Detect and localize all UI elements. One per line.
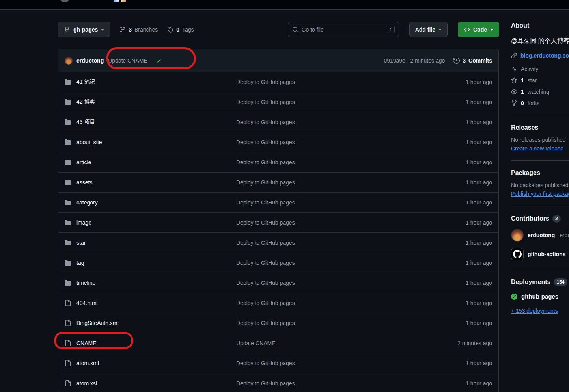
search-input[interactable] [302, 26, 383, 33]
commit-message-link[interactable]: Deploy to GitHub pages [236, 320, 419, 326]
folder-icon [65, 240, 71, 246]
tags-link[interactable]: 0 Tags [167, 26, 194, 33]
file-name-link[interactable]: star [76, 240, 86, 246]
commit-age[interactable]: 1 hour ago [425, 260, 492, 266]
git-branch-icon [64, 26, 70, 33]
file-name-link[interactable]: category [76, 199, 98, 206]
forks-link[interactable]: 0 forks [511, 100, 569, 106]
watching-link[interactable]: 1 watching [511, 89, 569, 95]
activity-link[interactable]: Activity [511, 66, 569, 72]
watching-count: 1 [521, 89, 524, 95]
forks-count: 0 [521, 100, 524, 106]
commit-age[interactable]: 1 hour ago [425, 199, 492, 206]
commit-age[interactable]: 1 hour ago [425, 300, 492, 306]
contributor-login: erduotong [560, 232, 569, 238]
checks-success-icon[interactable] [155, 58, 162, 64]
stars-link[interactable]: 1 star [511, 77, 569, 84]
file-name-link[interactable]: 42 博客 [76, 98, 95, 106]
commit-age[interactable]: 1 hour ago [425, 119, 492, 125]
deployment-row[interactable]: github-pages [511, 293, 569, 300]
commit-author-avatar[interactable] [65, 57, 73, 65]
file-name-link[interactable]: image [76, 219, 91, 226]
activity-label: Activity [521, 66, 538, 72]
commit-message-link[interactable]: Deploy to GitHub pages [236, 99, 419, 105]
stars-count: 1 [521, 77, 524, 84]
table-row: BingSiteAuth.xml Deploy to GitHub pages … [58, 313, 498, 333]
chevron-down-icon [101, 29, 104, 31]
about-heading: About [511, 22, 569, 29]
fork-icon [511, 100, 517, 106]
table-row: assets Deploy to GitHub pages 1 hour ago [58, 172, 498, 192]
tag-icon [167, 26, 173, 33]
commit-age[interactable]: 1 hour ago [425, 360, 492, 366]
contributors-heading[interactable]: Contributors 2 [511, 215, 569, 223]
commit-message-link[interactable]: Deploy to GitHub pages [236, 300, 419, 306]
file-name-link[interactable]: assets [76, 179, 92, 186]
releases-heading[interactable]: Releases [511, 124, 569, 131]
commit-age[interactable]: 1 hour ago [425, 280, 492, 286]
commit-message-link[interactable]: Deploy to GitHub pages [236, 280, 419, 286]
commit-message-link[interactable]: Deploy to GitHub pages [236, 360, 419, 366]
commit-message-link[interactable]: Deploy to GitHub pages [236, 199, 419, 206]
commit-age[interactable]: 2 minutes ago [425, 340, 492, 346]
commit-message-link[interactable]: Update CNAME [236, 340, 419, 346]
deployment-environment: github-pages [521, 293, 558, 300]
file-name-link[interactable]: 41 笔记 [76, 78, 95, 85]
create-release-link[interactable]: Create a new release [511, 145, 563, 152]
commit-age[interactable]: 1 hour ago [425, 99, 492, 105]
folder-icon [65, 199, 71, 206]
commit-message-link[interactable]: Deploy to GitHub pages [236, 260, 419, 266]
folder-icon [65, 79, 71, 85]
publish-package-link[interactable]: Publish your first package [511, 191, 569, 197]
file-name-link[interactable]: BingSiteAuth.xml [76, 320, 119, 326]
pulse-icon [511, 66, 517, 72]
file-name-link[interactable]: article [76, 159, 91, 165]
commit-message-link[interactable]: Deploy to GitHub pages [236, 380, 419, 386]
commit-age[interactable]: 1 hour ago [425, 139, 492, 145]
go-to-file-search[interactable]: t [288, 22, 399, 37]
branches-link[interactable]: 3 Branches [119, 26, 158, 33]
file-name-link[interactable]: 43 项目 [76, 119, 95, 126]
packages-heading[interactable]: Packages [511, 169, 569, 176]
file-name-link[interactable]: about_site [76, 139, 102, 145]
website-link[interactable]: blog.erduotong.com [520, 52, 569, 59]
branch-tag-links: 3 Branches 0 Tags [119, 26, 194, 33]
file-name-link[interactable]: 404.html [76, 300, 98, 306]
commit-history-link[interactable]: 3 Commits [453, 58, 492, 64]
commit-message-link[interactable]: Deploy to GitHub pages [236, 240, 419, 246]
releases-empty-text: No releases published [511, 137, 569, 143]
contributor-row[interactable]: github-actions [511, 248, 569, 260]
commit-age[interactable]: 1 hour ago [425, 320, 492, 326]
commit-age[interactable]: 1 hour ago [425, 380, 492, 386]
file-name-link[interactable]: atom.xsl [76, 380, 97, 386]
code-button[interactable]: Code [458, 22, 499, 37]
deployments-heading[interactable]: Deployments 154 [511, 278, 569, 286]
file-name-link[interactable]: CNAME [76, 340, 97, 346]
commit-message-link[interactable]: Deploy to GitHub pages [236, 139, 419, 145]
history-icon [453, 58, 460, 64]
file-name-link[interactable]: atom.xml [76, 360, 99, 366]
branch-selector[interactable]: gh-pages [58, 22, 110, 37]
commit-message-link[interactable]: Deploy to GitHub pages [236, 79, 419, 85]
commit-message-link[interactable]: Deploy to GitHub pages [236, 159, 419, 165]
commit-author[interactable]: erduotong [76, 58, 104, 64]
contributor-row[interactable]: erduotong erduotong [511, 229, 569, 242]
commit-message-link[interactable]: Deploy to GitHub pages [236, 179, 419, 186]
table-row: 43 项目 Deploy to GitHub pages 1 hour ago [58, 112, 498, 132]
commit-message-link[interactable]: Update CNAME [108, 58, 147, 64]
file-name-link[interactable]: timeline [76, 280, 95, 286]
commit-age[interactable]: 1 hour ago [425, 179, 492, 186]
commit-message-link[interactable]: Deploy to GitHub pages [236, 119, 419, 125]
commit-age[interactable]: 1 hour ago [425, 159, 492, 165]
table-row: about_site Deploy to GitHub pages 1 hour… [58, 132, 498, 152]
table-row: CNAME Update CNAME 2 minutes ago [58, 333, 498, 353]
all-deployments-link[interactable]: + 153 deployments [511, 308, 558, 314]
commit-age[interactable]: 1 hour ago [425, 219, 492, 226]
commit-sha-and-time[interactable]: 0919a9e · 2 minutes ago [384, 58, 445, 64]
commit-age[interactable]: 1 hour ago [425, 79, 492, 85]
file-name-link[interactable]: tag [76, 260, 84, 266]
table-row: star Deploy to GitHub pages 1 hour ago [58, 232, 498, 253]
add-file-button[interactable]: Add file [409, 22, 448, 37]
commit-message-link[interactable]: Deploy to GitHub pages [236, 219, 419, 226]
commit-age[interactable]: 1 hour ago [425, 240, 492, 246]
